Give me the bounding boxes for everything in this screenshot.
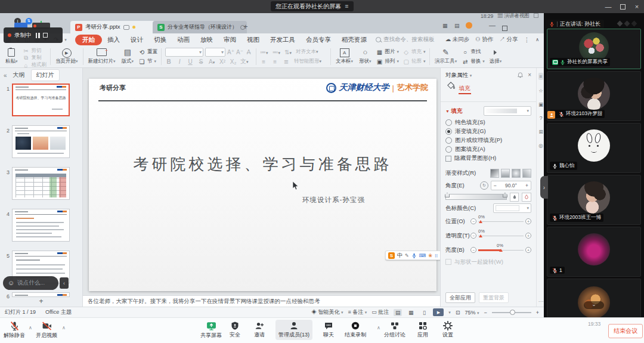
strikethrough-icon[interactable]: S	[197, 58, 205, 65]
clear-format-icon[interactable]: A	[245, 49, 252, 55]
subscript-icon[interactable]: X₂	[230, 58, 237, 65]
slide-thumbnail-1[interactable]: 考研院校选择、学习与准备思路	[12, 84, 70, 116]
line-spacing-icon[interactable]: ⇅▾	[284, 49, 292, 55]
paste-button[interactable]: 粘贴▾	[2, 47, 21, 66]
notes-button[interactable]: ≡ 备注 ▾	[348, 308, 367, 316]
slider-marker[interactable]	[479, 234, 482, 237]
section-button[interactable]: ❏节▾	[137, 58, 159, 65]
rotate-dial-icon[interactable]: ↻	[480, 181, 488, 190]
arrange-button[interactable]: ▣排列▾	[374, 58, 401, 65]
outline-button[interactable]: ▢轮廓▾	[401, 58, 428, 65]
ime-mode[interactable]: 中	[397, 252, 402, 259]
align-right-icon[interactable]: ≣	[283, 58, 290, 65]
align-center-icon[interactable]: ≡	[271, 58, 278, 65]
bullet-list-icon[interactable]: ≔▾	[260, 49, 268, 55]
panel-close-icon[interactable]: ×	[528, 72, 531, 78]
zoom-slider-knob[interactable]	[510, 310, 515, 315]
slider-plus[interactable]: +	[525, 218, 531, 224]
tab-outline[interactable]: 大纲	[13, 71, 25, 79]
slider-plus[interactable]: +	[525, 247, 531, 253]
gradient-stop-bar[interactable]	[445, 194, 507, 200]
angle-minus[interactable]: −	[494, 183, 497, 189]
play-slideshow-button[interactable]: ▶	[433, 308, 444, 316]
select-button[interactable]: 选择▾	[487, 47, 505, 66]
menu-design[interactable]: 设计	[125, 35, 148, 45]
video-options-icon[interactable]: ∧	[62, 325, 66, 330]
smart-beautify-button[interactable]: ◈ 智能美化 ▾	[311, 308, 343, 316]
increase-font-icon[interactable]: A⁺	[227, 49, 234, 55]
radio-gradient-fill[interactable]: 渐变填充(G)	[445, 127, 531, 136]
checkbox-hide-background[interactable]: 隐藏背景图形(H)	[445, 154, 531, 163]
underline-icon[interactable]: U	[187, 58, 194, 65]
menu-slideshow[interactable]: 放映	[195, 35, 218, 45]
picture-button[interactable]: ▦图片▾	[374, 48, 401, 55]
manage-members-button[interactable]: 管理成员(13)	[275, 320, 312, 340]
ime-toolbox-icon[interactable]: ⁝⁝	[435, 253, 438, 258]
share-button[interactable]: ↗ 分享	[500, 36, 518, 44]
apply-all-button[interactable]: 全部应用	[445, 292, 475, 303]
slide-thumbnail-2[interactable]	[12, 125, 70, 158]
pause-recording-button[interactable]	[36, 33, 40, 38]
menu-home[interactable]: 开始	[75, 35, 102, 45]
superscript-icon[interactable]: X²	[219, 58, 226, 65]
ime-mic-icon[interactable]	[411, 253, 417, 258]
layout-button[interactable]: ▤ 版式▾	[119, 47, 137, 66]
participant-tile[interactable]: 1	[547, 227, 641, 277]
view-mode-button[interactable]: ▦ 演讲者视图	[497, 13, 529, 20]
slider-marker[interactable]	[499, 249, 503, 252]
ime-toolbar[interactable]: S 中 ✎ ⌨ ❀ ⁝⁝	[385, 251, 445, 260]
brightness-slider[interactable]: 0% − +	[470, 245, 531, 255]
slide-thumbnail-6[interactable]	[12, 292, 70, 297]
stop-recording-button[interactable]	[43, 33, 48, 38]
decrease-font-icon[interactable]: A⁻	[236, 49, 243, 55]
play-dropdown-icon[interactable]: ▾	[448, 310, 451, 315]
align-left-icon[interactable]: ≡	[260, 58, 267, 65]
unmute-button[interactable]: 解除静音	[4, 321, 25, 339]
fill-section-header[interactable]: ▼ 填充	[445, 107, 463, 115]
normal-view-icon[interactable]: ▤	[394, 309, 402, 316]
bell-icon[interactable]	[518, 72, 523, 78]
gradient-style-2[interactable]	[501, 169, 510, 178]
play-from-current-button[interactable]: ▶ 当页开始▾	[52, 47, 81, 66]
wps-minimize-icon[interactable]: —	[489, 21, 496, 29]
slide-thumbnail-3[interactable]	[12, 167, 70, 200]
sidebar-collapse-handle[interactable]: ›	[540, 176, 548, 199]
collapse-videos-icon[interactable]: ⌄	[584, 301, 604, 309]
search-input[interactable]: 查找命令、搜索模板	[376, 36, 435, 44]
zoom-slider[interactable]	[492, 310, 531, 316]
gradient-style-1[interactable]	[490, 169, 499, 178]
zoom-out-icon[interactable]: −	[484, 310, 487, 316]
remove-gradient-stop-button[interactable]	[522, 193, 531, 202]
minimize-button[interactable]: —	[601, 0, 615, 13]
radio-pattern-fill[interactable]: 图案填充(A)	[445, 145, 531, 154]
slider-minus[interactable]: −	[470, 218, 476, 224]
share-screen-button[interactable]: 共享屏幕	[200, 321, 222, 339]
collapse-panel-icon[interactable]: «	[4, 72, 7, 79]
reading-view-icon[interactable]: ▯	[420, 309, 428, 316]
slider-plus[interactable]: +	[525, 233, 531, 239]
text-effect-icon[interactable]: 文▾	[240, 57, 249, 66]
chat-button[interactable]: 聊天	[323, 321, 334, 339]
font-size-select[interactable]: ▾	[205, 48, 225, 57]
textbox-button[interactable]: A 文本框▾	[333, 47, 356, 66]
checkbox-rotate-with-shape[interactable]: 与形状一起旋转(W)	[445, 257, 531, 267]
mic-options-icon[interactable]: ∧	[29, 325, 32, 330]
settings-button[interactable]: 设置	[442, 321, 453, 339]
ime-keyboard-icon[interactable]: ⌨	[419, 253, 426, 258]
numbered-list-icon[interactable]: ≕▾	[273, 49, 281, 55]
fill-bucket-icon[interactable]	[447, 81, 456, 90]
present-tools-button[interactable]: ✎ 演示工具▾	[432, 47, 460, 66]
doc-tab-active[interactable]: P 考研分享.pptx	[70, 21, 160, 33]
find-button[interactable]: ○查找	[460, 48, 487, 55]
account-avatar[interactable]	[466, 22, 472, 29]
tab-slides[interactable]: 幻灯片	[31, 69, 60, 81]
menu-animation[interactable]: 动画	[172, 35, 195, 45]
maximize-button[interactable]	[615, 0, 630, 13]
add-slide-button[interactable]: +	[0, 297, 82, 307]
new-tab-button[interactable]: +	[243, 22, 248, 31]
security-button[interactable]: 安全	[230, 321, 240, 339]
menu-resources[interactable]: 稻壳资源	[336, 35, 372, 45]
help-pane-icon[interactable]: ?	[540, 115, 543, 121]
fill-button[interactable]: ◇填充▾	[401, 48, 428, 55]
angle-plus[interactable]: +	[525, 183, 528, 189]
